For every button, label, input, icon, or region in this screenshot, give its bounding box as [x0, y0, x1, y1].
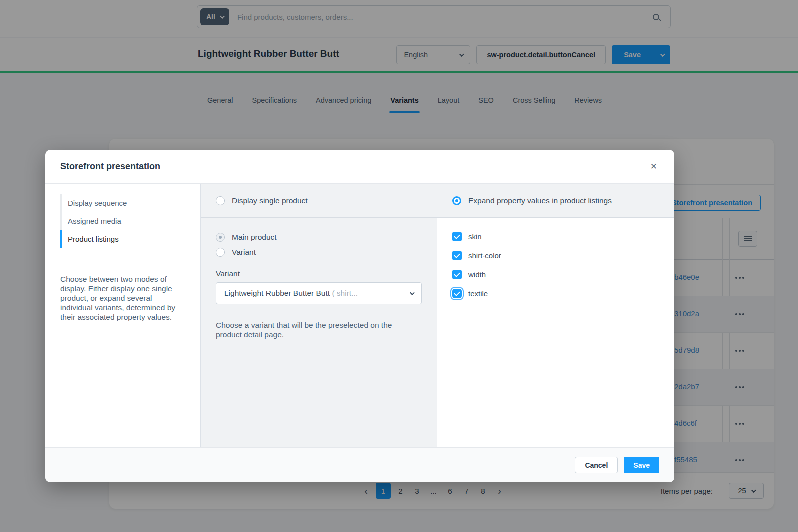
expand-properties-panel: Expand property values in product listin…	[437, 184, 674, 448]
modal-sidebar: Display sequence Assigned media Product …	[45, 184, 200, 448]
expand-mode-radio[interactable]	[452, 196, 461, 206]
single-product-options: Main product Variant Variant Lightweight…	[201, 218, 437, 340]
skin-checkbox[interactable]	[452, 232, 462, 242]
shirt-color-checkbox[interactable]	[452, 251, 462, 260]
admin-page: All Lightweight Rubber Butter Butt Engli…	[0, 0, 798, 532]
single-product-mode-label: Display single product	[232, 196, 308, 206]
modal-save-button[interactable]: Save	[624, 457, 659, 474]
modal-body: Display sequence Assigned media Product …	[45, 184, 674, 448]
skin-label: skin	[468, 232, 482, 241]
expand-mode-row: Expand property values in product listin…	[437, 184, 674, 218]
close-icon[interactable]: ✕	[648, 160, 659, 173]
single-product-panel: Display single product Main product Vari…	[200, 184, 437, 448]
sidebar-item-assigned-media[interactable]: Assigned media	[60, 212, 200, 230]
variant-select-value: Lightweight Rubber Butter Butt ( shirt..…	[224, 289, 410, 298]
variant-option: Variant	[216, 245, 422, 260]
storefront-presentation-modal: Storefront presentation ✕ Display sequen…	[45, 150, 674, 482]
width-checkbox[interactable]	[452, 270, 462, 280]
variant-name-hint: ( shirt...	[332, 289, 358, 298]
single-product-radio[interactable]	[216, 196, 225, 206]
property-checkbox-list: skin shirt-color width textile	[437, 218, 674, 298]
modal-footer: Cancel Save	[45, 448, 674, 482]
variant-select[interactable]: Lightweight Rubber Butter Butt ( shirt..…	[216, 282, 422, 304]
sidebar-item-product-listings[interactable]: Product listings	[60, 230, 200, 248]
property-row-width: width	[452, 270, 659, 280]
main-product-radio[interactable]	[216, 233, 225, 242]
main-product-option: Main product	[216, 230, 422, 245]
variant-name: Lightweight Rubber Butter Butt	[224, 289, 332, 298]
textile-checkbox[interactable]	[452, 289, 462, 298]
width-label: width	[468, 270, 486, 279]
textile-label: textile	[468, 290, 488, 298]
property-row-shirt-color: shirt-color	[452, 251, 659, 260]
variant-help-text: Choose a variant that will be the presel…	[216, 321, 417, 340]
mode-description: Choose between two modes of display. Eit…	[60, 275, 186, 322]
single-product-mode-row: Display single product	[201, 184, 437, 218]
chevron-down-icon	[410, 290, 415, 296]
property-row-textile: textile	[452, 289, 659, 298]
modal-header: Storefront presentation ✕	[45, 150, 674, 184]
modal-cancel-button[interactable]: Cancel	[575, 457, 618, 474]
variant-radio[interactable]	[216, 248, 225, 257]
shirt-color-label: shirt-color	[468, 252, 501, 260]
expand-mode-label: Expand property values in product listin…	[468, 196, 612, 206]
property-row-skin: skin	[452, 232, 659, 242]
main-product-label: Main product	[232, 233, 277, 242]
modal-title: Storefront presentation	[60, 162, 160, 172]
sidebar-item-display-sequence[interactable]: Display sequence	[60, 194, 200, 212]
variant-field-label: Variant	[216, 270, 422, 278]
variant-option-label: Variant	[232, 248, 256, 257]
